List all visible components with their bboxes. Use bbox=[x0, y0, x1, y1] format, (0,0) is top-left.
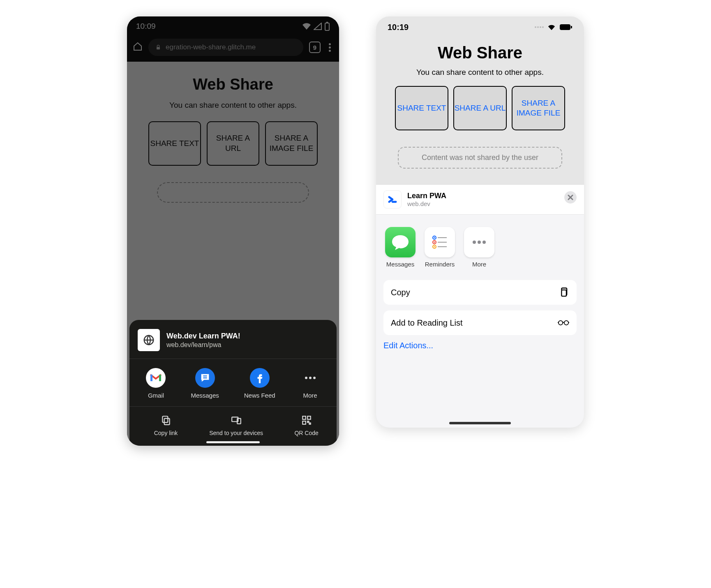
share-subtitle: web.dev bbox=[407, 200, 446, 207]
action-send-to-devices[interactable]: Send to your devices bbox=[203, 415, 269, 437]
app-label: News Feed bbox=[244, 392, 275, 399]
svg-rect-16 bbox=[309, 423, 310, 424]
share-target-gmail[interactable]: Gmail bbox=[146, 368, 166, 399]
share-target-messages[interactable]: Messages bbox=[385, 227, 416, 268]
app-label: Gmail bbox=[148, 392, 164, 399]
svg-rect-32 bbox=[561, 290, 566, 296]
action-label: QR Code bbox=[294, 430, 318, 437]
svg-point-23 bbox=[434, 242, 435, 243]
share-targets-row: Gmail Messages News Feed More bbox=[129, 359, 337, 407]
ios-share-sheet: Learn PWA web.dev Messages bbox=[376, 184, 584, 428]
android-phone: 10:09 egration-web-share.glitch.me 9 Web… bbox=[127, 16, 339, 446]
gmail-icon bbox=[146, 368, 166, 388]
share-image-button[interactable]: SHARE A IMAGE FILE bbox=[512, 86, 565, 130]
svg-rect-14 bbox=[302, 421, 306, 424]
share-title: Web.dev Learn PWA! bbox=[166, 332, 240, 340]
share-header: Learn PWA web.dev bbox=[376, 185, 584, 215]
ios-phone: 10:19 Web Share You can share content to… bbox=[376, 16, 584, 428]
site-icon bbox=[383, 190, 402, 208]
battery-icon bbox=[559, 24, 572, 30]
share-actions-row: Copy link Send to your devices QR Code bbox=[129, 407, 337, 439]
share-targets-row: Messages Reminders bbox=[376, 215, 584, 274]
svg-point-30 bbox=[478, 241, 481, 244]
more-icon bbox=[464, 227, 494, 257]
action-label: Copy link bbox=[154, 430, 178, 437]
app-label: More bbox=[472, 261, 486, 268]
svg-point-29 bbox=[473, 241, 476, 244]
app-label: Reminders bbox=[425, 261, 455, 268]
share-target-newsfeed[interactable]: News Feed bbox=[244, 368, 275, 399]
share-target-reminders[interactable]: Reminders bbox=[425, 227, 455, 268]
globe-icon bbox=[143, 334, 155, 346]
close-button[interactable] bbox=[564, 191, 577, 204]
messages-icon bbox=[195, 368, 215, 388]
svg-rect-8 bbox=[164, 419, 169, 425]
facebook-icon bbox=[250, 368, 270, 388]
status-time: 10:19 bbox=[388, 23, 409, 32]
more-icon bbox=[300, 368, 320, 388]
page-subtitle: You can share content to other apps. bbox=[385, 68, 575, 77]
recording-indicator-icon bbox=[535, 26, 544, 28]
svg-rect-12 bbox=[302, 416, 306, 419]
app-label: Messages bbox=[191, 392, 219, 399]
svg-rect-13 bbox=[307, 416, 311, 419]
wifi-icon bbox=[547, 23, 556, 31]
share-target-more[interactable]: More bbox=[464, 227, 494, 268]
app-label: More bbox=[303, 392, 317, 399]
home-indicator bbox=[449, 422, 511, 424]
svg-rect-9 bbox=[162, 416, 168, 422]
share-actions-list: Copy Add to Reading List bbox=[376, 274, 584, 335]
action-copy[interactable]: Copy bbox=[383, 280, 577, 305]
copy-icon bbox=[558, 287, 569, 298]
status-message: Content was not shared by the user bbox=[398, 147, 562, 169]
android-share-sheet: Web.dev Learn PWA! web.dev/learn/pwa Gma… bbox=[129, 320, 337, 446]
svg-rect-17 bbox=[560, 24, 570, 30]
status-icons bbox=[535, 23, 572, 31]
action-copy-link[interactable]: Copy link bbox=[133, 415, 199, 437]
svg-rect-18 bbox=[571, 26, 572, 28]
action-label: Copy bbox=[391, 288, 410, 297]
svg-rect-15 bbox=[307, 421, 309, 422]
svg-rect-4 bbox=[150, 375, 152, 381]
share-header: Web.dev Learn PWA! web.dev/learn/pwa bbox=[129, 326, 337, 359]
svg-point-31 bbox=[482, 241, 486, 244]
ios-status-bar: 10:19 bbox=[376, 16, 584, 38]
svg-rect-5 bbox=[159, 375, 161, 381]
share-target-more[interactable]: More bbox=[300, 368, 320, 399]
svg-point-25 bbox=[434, 246, 435, 248]
action-qr-code[interactable]: QR Code bbox=[273, 415, 339, 437]
share-url-button[interactable]: SHARE A URL bbox=[453, 86, 507, 130]
qr-icon bbox=[301, 415, 312, 426]
close-icon bbox=[568, 194, 573, 200]
share-thumbnail bbox=[138, 329, 160, 351]
nav-home-indicator bbox=[206, 441, 260, 443]
action-label: Send to your devices bbox=[209, 430, 263, 437]
edit-actions-link[interactable]: Edit Actions... bbox=[376, 335, 584, 350]
action-label: Add to Reading List bbox=[391, 318, 463, 328]
share-subtitle: web.dev/learn/pwa bbox=[166, 341, 240, 349]
page-content: Web Share You can share content to other… bbox=[376, 38, 584, 177]
messages-icon bbox=[385, 227, 416, 257]
svg-point-21 bbox=[434, 237, 435, 238]
app-label: Messages bbox=[386, 261, 414, 268]
svg-point-34 bbox=[564, 321, 569, 325]
share-target-messages[interactable]: Messages bbox=[191, 368, 219, 399]
reminders-icon bbox=[425, 227, 455, 257]
share-text-button[interactable]: SHARE TEXT bbox=[395, 86, 448, 130]
copy-icon bbox=[161, 415, 171, 426]
svg-point-33 bbox=[559, 321, 563, 325]
action-reading-list[interactable]: Add to Reading List bbox=[383, 310, 577, 335]
devices-icon bbox=[231, 415, 242, 426]
page-title: Web Share bbox=[385, 44, 575, 62]
share-title: Learn PWA bbox=[407, 192, 446, 200]
glasses-icon bbox=[558, 317, 569, 329]
